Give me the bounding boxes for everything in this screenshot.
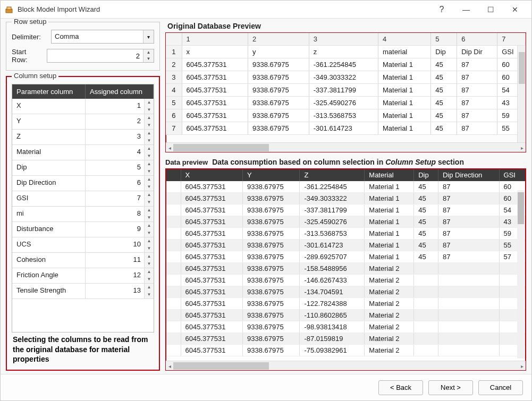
dp-cell[interactable]: 45 (414, 181, 438, 193)
spin-down-icon[interactable]: ▼ (145, 245, 154, 252)
dp-cell[interactable]: Material 2 (365, 286, 414, 298)
dp-cell[interactable]: 6045.377531 (181, 216, 242, 228)
dp-row-handle[interactable] (166, 321, 181, 333)
spin-up-icon[interactable]: ▲ (145, 160, 154, 168)
dp-cell[interactable]: 6045.377531 (181, 251, 242, 263)
spin-down-icon[interactable]: ▼ (145, 260, 154, 268)
scrollbar-thumb[interactable] (173, 362, 269, 370)
dp-row-handle[interactable] (166, 275, 181, 286)
dp-row-handle[interactable] (166, 310, 181, 321)
assigned-spinner[interactable]: 10▲▼ (86, 237, 154, 252)
dp-cell[interactable] (414, 275, 438, 286)
orig-cell[interactable]: 87 (457, 109, 497, 122)
assigned-spinner[interactable]: 11▲▼ (86, 253, 154, 268)
dp-cell[interactable]: 6045.377531 (181, 240, 242, 251)
dp-cell[interactable]: 9338.67975 (242, 216, 299, 228)
scrollbar-thumb[interactable] (519, 52, 525, 84)
dp-cell[interactable]: -301.614723 (300, 240, 365, 251)
dp-cell[interactable]: 6045.377531 (181, 298, 242, 310)
dp-cell[interactable]: -361.2254845 (300, 181, 365, 193)
dp-cell[interactable]: -98.93813418 (300, 321, 365, 333)
dp-cell[interactable]: 87 (438, 193, 499, 204)
assigned-spinner[interactable]: 1▲▼ (86, 99, 154, 114)
dp-cell[interactable]: -158.5488956 (300, 263, 365, 275)
dp-cell[interactable]: 6045.377531 (181, 345, 242, 356)
dp-scrollbar-vertical[interactable] (517, 190, 525, 359)
dp-cell[interactable]: Material 1 (365, 216, 414, 228)
dp-cell[interactable]: Material 1 (365, 193, 414, 204)
assigned-spinner[interactable]: 5▲▼ (86, 160, 154, 175)
dp-cell[interactable]: 9338.67975 (242, 193, 299, 204)
help-button[interactable]: ? (429, 2, 454, 18)
dp-cell[interactable]: 9338.67975 (242, 251, 299, 263)
close-button[interactable]: ✕ (503, 2, 527, 18)
dp-cell[interactable] (438, 345, 499, 356)
dp-col-header[interactable]: Dip Direction (438, 169, 499, 181)
orig-cell[interactable]: -361.2254845 (309, 58, 378, 71)
dp-cell[interactable]: 9338.67975 (242, 345, 299, 356)
spin-down-icon[interactable]: ▼ (145, 106, 154, 114)
orig-col-header[interactable]: 3 (309, 33, 378, 46)
dp-cell[interactable] (438, 286, 499, 298)
dp-cell[interactable] (414, 286, 438, 298)
dp-scrollbar-horizontal[interactable]: ◂ ▸ (166, 361, 526, 370)
spin-up-icon[interactable]: ▲ (145, 130, 154, 137)
assigned-spinner[interactable]: 13▲▼ (86, 284, 154, 298)
spin-down-icon[interactable]: ▼ (145, 229, 154, 237)
dp-cell[interactable]: 9338.67975 (242, 240, 299, 251)
orig-cell[interactable]: 45 (431, 109, 457, 122)
spin-up-icon[interactable]: ▲ (145, 207, 154, 214)
dp-col-header[interactable]: Z (300, 169, 365, 181)
dp-row-handle[interactable] (166, 286, 181, 298)
dp-col-header[interactable]: GSI (499, 169, 525, 181)
orig-row-num[interactable]: 3 (166, 71, 182, 84)
dp-row-handle[interactable] (166, 345, 181, 356)
dp-row-handle[interactable] (166, 251, 181, 263)
dp-cell[interactable]: 9338.67975 (242, 181, 299, 193)
orig-cell[interactable]: 6045.377531 (182, 58, 248, 71)
scrollbar-thumb[interactable] (173, 144, 269, 151)
spin-up-icon[interactable]: ▲ (145, 284, 154, 291)
dp-cell[interactable] (414, 345, 438, 356)
dp-cell[interactable]: 87 (438, 216, 499, 228)
dp-cell[interactable]: 9338.67975 (242, 321, 299, 333)
dp-cell[interactable]: -75.09382961 (300, 345, 365, 356)
spin-up-icon[interactable]: ▲ (145, 253, 154, 260)
orig-cell[interactable]: y (248, 46, 309, 58)
dp-cell[interactable]: -313.5368753 (300, 228, 365, 240)
orig-col-header[interactable]: 4 (378, 33, 431, 46)
dp-cell[interactable]: Material 1 (365, 181, 414, 193)
dp-cell[interactable]: 9338.67975 (242, 333, 299, 345)
dp-cell[interactable] (414, 321, 438, 333)
spin-down-icon[interactable]: ▼ (145, 214, 154, 221)
spin-down-icon[interactable]: ▼ (143, 56, 154, 62)
orig-cell[interactable]: x (182, 46, 248, 58)
spin-up-icon[interactable]: ▲ (145, 145, 154, 152)
orig-scrollbar-vertical[interactable] (517, 46, 526, 142)
dp-cell[interactable]: -134.704591 (300, 286, 365, 298)
assigned-spinner[interactable]: 3▲▼ (86, 130, 154, 144)
dp-cell[interactable]: 45 (414, 228, 438, 240)
orig-cell[interactable]: 9338.67975 (248, 122, 309, 135)
spin-down-icon[interactable]: ▼ (145, 152, 154, 160)
dp-cell[interactable]: Material 2 (365, 345, 414, 356)
dp-cell[interactable]: Material 1 (365, 240, 414, 251)
dp-cell[interactable]: 87 (438, 228, 499, 240)
orig-cell[interactable]: -349.3033322 (309, 71, 378, 84)
orig-cell[interactable]: 6045.377531 (182, 71, 248, 84)
dp-cell[interactable] (438, 263, 499, 275)
dp-cell[interactable]: 6045.377531 (181, 228, 242, 240)
dp-cell[interactable]: Material 1 (365, 204, 414, 216)
orig-cell[interactable]: Material 1 (378, 58, 431, 71)
dp-cell[interactable] (414, 263, 438, 275)
assigned-spinner[interactable]: 4▲▼ (86, 145, 154, 160)
orig-row-num[interactable]: 2 (166, 58, 182, 71)
orig-cell[interactable]: Dip (431, 46, 457, 58)
orig-row-num[interactable]: 7 (166, 122, 182, 135)
dp-cell[interactable] (414, 310, 438, 321)
orig-cell[interactable]: 45 (431, 58, 457, 71)
dp-cell[interactable]: Material 2 (365, 275, 414, 286)
orig-cell[interactable]: 9338.67975 (248, 109, 309, 122)
dp-cell[interactable]: Material 2 (365, 310, 414, 321)
dp-cell[interactable]: -146.6267433 (300, 275, 365, 286)
